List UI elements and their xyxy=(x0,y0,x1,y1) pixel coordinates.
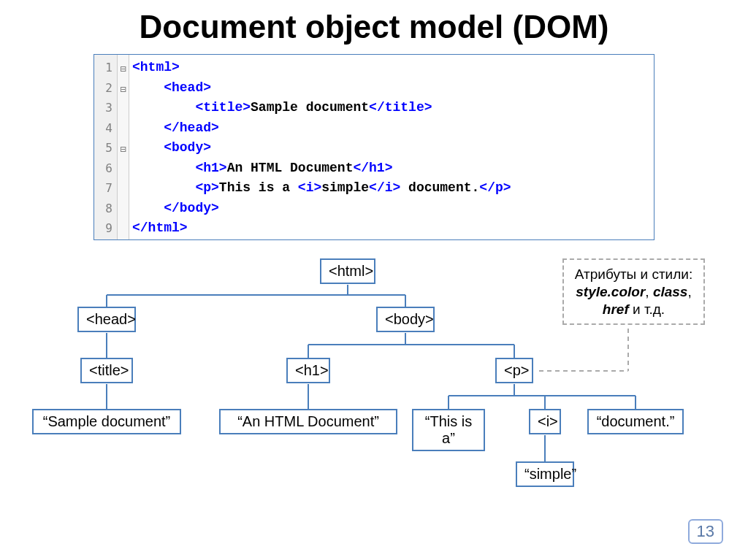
code-line: <body> xyxy=(132,138,511,158)
fold-column: ⊟⊟⊟ xyxy=(118,55,129,239)
line-number-gutter: 123456789 xyxy=(94,55,118,239)
line-number: 4 xyxy=(94,118,112,139)
tree-node-document: “document.” xyxy=(587,409,684,434)
tree-node-p: <p> xyxy=(495,358,533,383)
line-number: 2 xyxy=(94,78,112,99)
code-line: <html> xyxy=(132,58,511,78)
line-number: 7 xyxy=(94,178,112,199)
tree-node-head: <head> xyxy=(77,307,136,332)
code-lines: <html> <head> <title>Sample document</ti… xyxy=(129,55,511,239)
slide-title: Document object model (DOM) xyxy=(0,0,748,45)
line-number: 8 xyxy=(94,199,112,219)
attr-line2: style.color, class, href и т.д. xyxy=(573,283,695,318)
code-line: </head> xyxy=(132,118,511,139)
fold-marker xyxy=(118,120,129,140)
code-line: <h1>An HTML Document</h1> xyxy=(132,158,511,179)
tree-node-h1: <h1> xyxy=(286,358,330,383)
fold-marker xyxy=(118,180,129,200)
code-line: <title>Sample document</title> xyxy=(132,98,511,118)
fold-marker xyxy=(118,200,129,220)
code-line: </body> xyxy=(132,199,511,219)
tree-node-sample-document: “Sample document” xyxy=(32,409,181,434)
page-number: 13 xyxy=(688,519,723,544)
line-number: 9 xyxy=(94,218,112,239)
line-number: 5 xyxy=(94,138,112,158)
attr-line1: Атрибуты и стили: xyxy=(573,266,695,283)
fold-marker: ⊟ xyxy=(118,80,129,100)
fold-marker xyxy=(118,220,129,240)
attributes-hint: Атрибуты и стили: style.color, class, hr… xyxy=(562,258,705,325)
fold-marker xyxy=(118,99,129,120)
line-number: 1 xyxy=(94,58,112,78)
tree-node-i: <i> xyxy=(529,409,561,434)
tree-node-body: <body> xyxy=(376,307,435,332)
tree-node-simple: “simple” xyxy=(516,461,574,487)
fold-marker xyxy=(118,160,129,180)
tree-node-title: <title> xyxy=(80,358,133,383)
code-line: </html> xyxy=(132,218,511,239)
fold-marker: ⊟ xyxy=(118,59,129,80)
code-line: <p>This is a <i>simple</i> document.</p> xyxy=(132,178,511,199)
code-editor: 123456789 ⊟⊟⊟ <html> <head> <title>Sampl… xyxy=(94,54,654,240)
tree-node-this-is-a: “This is a” xyxy=(412,409,485,451)
tree-node-html-document: “An HTML Document” xyxy=(219,409,397,434)
fold-marker: ⊟ xyxy=(118,139,129,160)
line-number: 3 xyxy=(94,98,112,118)
code-line: <head> xyxy=(132,78,511,99)
line-number: 6 xyxy=(94,158,112,179)
tree-node-html: <html> xyxy=(320,258,375,284)
